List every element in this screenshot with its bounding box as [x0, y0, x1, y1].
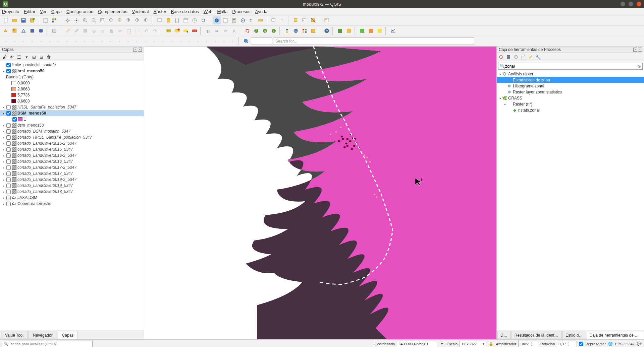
layer-visibility-checkbox[interactable] — [6, 135, 11, 140]
layer-row[interactable]: 8,6603 — [0, 98, 144, 104]
coord-input[interactable]: 5499303,6239901 — [397, 341, 437, 347]
field-calc-button[interactable] — [230, 16, 238, 24]
layer-visibility-checkbox[interactable] — [6, 190, 11, 194]
show-overview-button[interactable] — [323, 16, 331, 24]
layer-visibility-checkbox[interactable] — [6, 69, 11, 73]
select-by-value-button[interactable]: ε — [301, 16, 309, 24]
move-feature-button[interactable]: ⊕ — [90, 27, 98, 35]
filter-legend-button[interactable]: ▾ — [23, 54, 30, 60]
open-attributes-button[interactable] — [221, 16, 229, 24]
scp-orange-button[interactable] — [367, 27, 375, 35]
zoom-in-button[interactable] — [81, 16, 89, 24]
layers-tree[interactable]: limite_provincial_santafe▾hrsl_menos50Ba… — [0, 61, 144, 330]
layer-visibility-checkbox[interactable] — [6, 123, 11, 128]
layer-row[interactable]: ▸cortado_LandCover2019_5347 — [0, 183, 144, 189]
pan-button[interactable] — [64, 16, 72, 24]
diagram-button[interactable]: ◐ — [204, 27, 212, 35]
expand-toggle[interactable]: ▸ — [1, 160, 5, 163]
toggle-extents-icon[interactable]: ✦ — [439, 341, 444, 347]
digitize-9-button[interactable]: ◦ — [72, 37, 80, 45]
processing-tree[interactable]: ▾QAnálisis ráster✲Estadísticas de zona✲H… — [497, 71, 644, 330]
expand-toggle[interactable]: ▸ — [1, 172, 5, 176]
scale-input[interactable]: 1:875927▾ — [460, 341, 486, 347]
digitize-21-button[interactable]: ◦ — [176, 37, 184, 45]
clear-search-button[interactable]: ⊗ — [637, 64, 641, 69]
layer-visibility-checkbox[interactable] — [6, 129, 11, 134]
add-group-button[interactable]: 👁 — [9, 54, 15, 60]
digitize-15-button[interactable]: ◦ — [124, 37, 132, 45]
proc-item[interactable]: ▾Ráster (r.*) — [497, 101, 644, 107]
zoom-next-button[interactable] — [142, 16, 150, 24]
digitize-13-button[interactable]: ◦ — [107, 37, 115, 45]
expand-toggle[interactable]: ▸ — [1, 136, 5, 139]
menu-vectorial[interactable]: Vectorial — [132, 9, 149, 14]
digitize-3-button[interactable]: ◦ — [19, 37, 28, 45]
layer-row[interactable]: ▸cortado_DSM_mosaico_5347 — [0, 128, 144, 134]
zoom-selection-button[interactable] — [116, 16, 124, 24]
layer-row[interactable]: ▸dsm_menos50 — [0, 122, 144, 128]
redo-button[interactable]: ↷ — [151, 27, 159, 35]
digitize-5-button[interactable]: ◦ — [37, 37, 45, 45]
locate-scale-input[interactable] — [251, 38, 272, 45]
menu-malla[interactable]: Malla — [217, 9, 227, 14]
close-button[interactable] — [637, 2, 641, 6]
layer-row[interactable]: ▸cortado_LandCover2015_5347 — [0, 146, 144, 152]
zoom-full-button[interactable] — [107, 16, 115, 24]
manage-themes-button[interactable]: ☰ — [16, 54, 22, 60]
deselect-button[interactable] — [309, 16, 317, 24]
digitize-6-button[interactable]: ◦ — [46, 37, 54, 45]
layer-row[interactable]: ▾DSM_menos50 — [0, 110, 144, 116]
layer-visibility-checkbox[interactable] — [6, 141, 11, 146]
map-tips-button[interactable] — [270, 16, 278, 24]
zoom-layer-button[interactable] — [125, 16, 133, 24]
layout-manager-button[interactable] — [42, 16, 50, 24]
layer-visibility-checkbox[interactable] — [6, 105, 11, 110]
digitize-11-button[interactable]: ◦ — [89, 37, 97, 45]
paste-button[interactable]: 📄 — [133, 27, 142, 35]
expand-toggle[interactable]: ▸ — [1, 154, 5, 157]
show-bookmarks-button[interactable] — [173, 16, 181, 24]
copy-button[interactable]: 📋 — [125, 27, 133, 35]
menu-base-de-datos[interactable]: Base de datos — [171, 9, 199, 14]
class-visibility-checkbox[interactable] — [12, 117, 17, 122]
zoom-native-button[interactable]: 1:1 — [99, 16, 107, 24]
proc-edit-button[interactable] — [528, 54, 534, 60]
layer-row[interactable]: 2,8868 — [0, 86, 144, 92]
layer-row[interactable]: ▸cortado_LandCover2016_5347 — [0, 158, 144, 164]
layer-visibility-checkbox[interactable] — [6, 153, 11, 158]
remove-layer-button[interactable]: 🗑 — [46, 54, 52, 60]
tab-right-0[interactable]: Da… — [497, 331, 511, 339]
osm-download-button[interactable] — [270, 27, 278, 35]
select-features-button[interactable] — [292, 16, 300, 24]
stats-button[interactable]: Σ — [248, 16, 256, 24]
expand-toggle[interactable]: ▸ — [1, 130, 5, 133]
help-button[interactable]: ? — [323, 27, 331, 35]
menu-capa[interactable]: Capa — [51, 9, 62, 14]
digitize-25-button[interactable]: ◦ — [211, 37, 219, 45]
render-checkbox[interactable] — [579, 342, 583, 346]
style-manager-button[interactable] — [50, 16, 58, 24]
scp-green-button[interactable] — [358, 27, 366, 35]
expand-toggle[interactable]: ▾ — [1, 69, 5, 73]
layer-visibility-checkbox[interactable] — [6, 171, 11, 176]
digitize-10-button[interactable]: ◦ — [80, 37, 89, 45]
tab-right-1[interactable]: Resultados de la identi… — [512, 331, 562, 339]
node-tool-button[interactable]: ◇ — [99, 27, 107, 35]
expand-toggle[interactable]: ▸ — [1, 142, 5, 145]
temporal-controller-button[interactable] — [191, 16, 199, 24]
digitize-26-button[interactable]: ◦ — [220, 37, 228, 45]
digitize-23-button[interactable]: ◦ — [194, 37, 202, 45]
expand-toggle[interactable]: ▸ — [1, 202, 5, 206]
temporal-button[interactable] — [182, 16, 190, 24]
layer-row[interactable]: ▾hrsl_menos50 — [0, 68, 144, 74]
refresh-button[interactable] — [199, 16, 207, 24]
pan-to-selection-button[interactable] — [72, 16, 80, 24]
locate-zoom-button[interactable] — [242, 37, 250, 45]
move-label-button[interactable]: ⬌ — [213, 27, 221, 35]
proc-models-button[interactable] — [498, 54, 504, 60]
menu-editar[interactable]: Editar — [24, 9, 35, 14]
label-abc-pin-button[interactable] — [182, 27, 190, 35]
expand-toggle[interactable]: ▸ — [1, 190, 5, 194]
plugin-grid-button[interactable] — [301, 27, 309, 35]
layer-row[interactable]: ▸cortado_LandCover2017-2_5347 — [0, 164, 144, 170]
